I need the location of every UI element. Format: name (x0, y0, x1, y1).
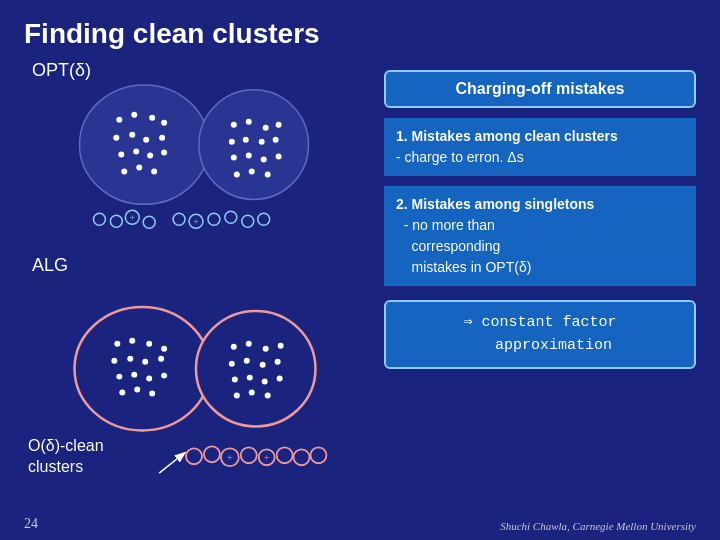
svg-point-15 (136, 165, 142, 171)
charging-off-box: Charging-off mistakes (384, 70, 696, 108)
page-number: 24 (24, 516, 38, 532)
svg-point-11 (133, 149, 139, 155)
svg-point-31 (265, 172, 271, 178)
svg-point-58 (119, 390, 125, 396)
svg-point-62 (246, 341, 252, 347)
slide: Finding clean clusters OPT(δ) ALG O(δ)-c… (0, 0, 720, 540)
svg-point-7 (129, 132, 135, 138)
svg-point-61 (231, 344, 237, 350)
mistake1-box: 1. Mistakes among clean clusters - charg… (384, 118, 696, 176)
svg-point-54 (116, 374, 122, 380)
charging-off-title: Charging-off mistakes (456, 80, 625, 97)
svg-point-48 (146, 341, 152, 347)
svg-point-79 (241, 447, 257, 463)
svg-point-63 (263, 346, 269, 352)
svg-point-76 (186, 448, 202, 464)
svg-text:+: + (264, 451, 270, 463)
svg-point-17 (231, 122, 237, 128)
svg-point-55 (131, 372, 137, 378)
svg-text:+: + (193, 216, 199, 227)
svg-point-33 (110, 215, 122, 227)
svg-point-70 (247, 375, 253, 381)
svg-point-50 (111, 358, 117, 364)
svg-point-21 (229, 139, 235, 145)
svg-point-26 (246, 153, 252, 159)
svg-point-56 (146, 376, 152, 382)
mistake2-box: 2. Mistakes among singletons - no more t… (384, 186, 696, 286)
svg-point-83 (310, 447, 326, 463)
svg-point-4 (149, 115, 155, 121)
svg-point-35 (143, 216, 155, 228)
svg-point-1 (199, 90, 309, 200)
svg-point-9 (159, 135, 165, 141)
svg-point-8 (143, 137, 149, 143)
implication-text: ⇒ constant factor approximation (463, 314, 616, 354)
svg-point-49 (161, 346, 167, 352)
svg-text:+: + (227, 451, 233, 463)
cluster-diagram: + + (24, 60, 364, 518)
svg-point-0 (80, 85, 209, 204)
svg-point-82 (294, 449, 310, 465)
svg-point-27 (261, 157, 267, 163)
svg-point-28 (276, 154, 282, 160)
mistake2-detail: - no more than corresponding mistakes in… (396, 215, 684, 278)
svg-point-74 (249, 390, 255, 396)
svg-point-68 (275, 359, 281, 365)
svg-point-40 (242, 215, 254, 227)
svg-point-22 (243, 137, 249, 143)
svg-point-51 (127, 356, 133, 362)
svg-point-66 (244, 358, 250, 364)
mistake1-title: 1. Mistakes among clean clusters (396, 126, 684, 147)
svg-point-77 (204, 446, 220, 462)
svg-point-13 (161, 150, 167, 156)
svg-point-47 (129, 338, 135, 344)
svg-point-57 (161, 373, 167, 379)
svg-point-60 (149, 391, 155, 397)
content-area: OPT(δ) ALG O(δ)-clean clusters (24, 60, 696, 518)
svg-point-29 (234, 172, 240, 178)
svg-point-19 (263, 125, 269, 131)
svg-point-52 (142, 359, 148, 365)
svg-point-20 (276, 122, 282, 128)
svg-point-16 (151, 169, 157, 175)
svg-point-45 (196, 311, 315, 426)
svg-point-14 (121, 169, 127, 175)
svg-point-81 (277, 447, 293, 463)
svg-point-64 (278, 343, 284, 349)
svg-point-32 (93, 213, 105, 225)
svg-point-67 (260, 362, 266, 368)
implication-box: ⇒ constant factor approximation (384, 300, 696, 369)
svg-point-65 (229, 361, 235, 367)
svg-point-23 (259, 139, 265, 145)
svg-point-30 (249, 169, 255, 175)
svg-point-44 (75, 307, 210, 430)
slide-title: Finding clean clusters (24, 18, 696, 50)
svg-point-71 (262, 379, 268, 385)
svg-point-18 (246, 119, 252, 125)
text-area: Charging-off mistakes 1. Mistakes among … (364, 60, 696, 518)
svg-point-6 (113, 135, 119, 141)
svg-point-38 (208, 213, 220, 225)
svg-point-10 (118, 152, 124, 158)
svg-point-46 (114, 341, 120, 347)
svg-point-59 (134, 387, 140, 393)
svg-point-39 (225, 211, 237, 223)
svg-point-69 (232, 377, 238, 383)
svg-point-75 (265, 393, 271, 399)
mistake2-title: 2. Mistakes among singletons (396, 194, 684, 215)
visual-area: OPT(δ) ALG O(δ)-clean clusters (24, 60, 364, 518)
svg-point-12 (147, 153, 153, 159)
svg-text:+: + (129, 212, 135, 223)
svg-point-72 (277, 376, 283, 382)
svg-point-5 (161, 120, 167, 126)
svg-point-73 (234, 393, 240, 399)
svg-point-41 (258, 213, 270, 225)
svg-point-36 (173, 213, 185, 225)
svg-point-24 (273, 137, 279, 143)
svg-point-25 (231, 155, 237, 161)
svg-point-3 (131, 112, 137, 118)
mistake1-detail: - charge to erron. Δs (396, 147, 684, 168)
attribution: Shuchi Chawla, Carnegie Mellon Universit… (500, 520, 696, 532)
svg-point-2 (116, 117, 122, 123)
svg-point-53 (158, 356, 164, 362)
